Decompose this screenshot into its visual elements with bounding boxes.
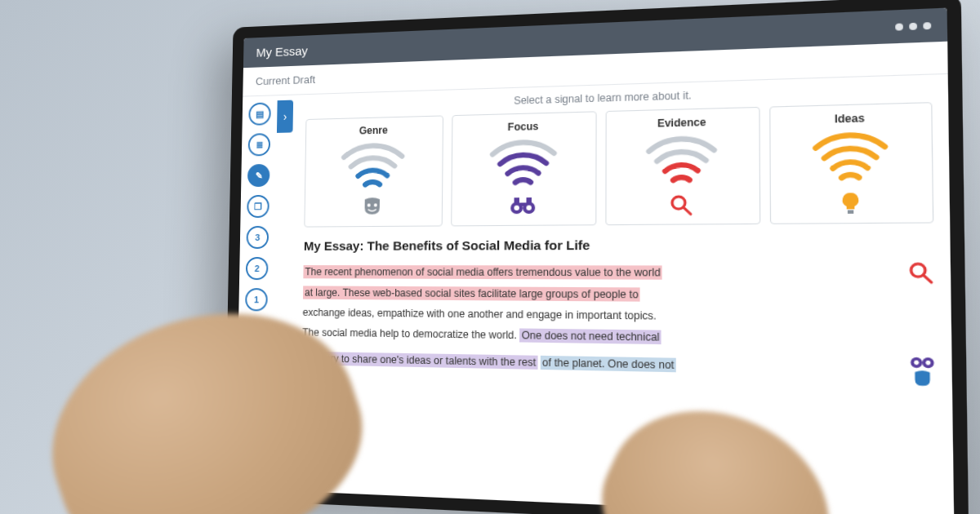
svg-rect-11 bbox=[848, 210, 853, 214]
list-icon: ≣ bbox=[256, 140, 263, 150]
signal-card-ideas[interactable]: Ideas bbox=[769, 102, 934, 224]
window-dot[interactable] bbox=[923, 21, 931, 29]
shield-icon[interactable] bbox=[909, 370, 936, 388]
step-number: 2 bbox=[255, 264, 260, 273]
lightbulb-icon bbox=[840, 192, 862, 215]
signal-card-genre[interactable]: Genre bbox=[304, 115, 443, 227]
signal-label: Ideas bbox=[835, 112, 865, 125]
wifi-icon bbox=[484, 137, 562, 193]
signal-label: Evidence bbox=[657, 116, 706, 129]
window-dot[interactable] bbox=[895, 23, 903, 30]
signals-row: Genre Fo bbox=[304, 102, 933, 227]
document-icon: ▤ bbox=[256, 109, 264, 119]
wifi-icon bbox=[641, 133, 723, 191]
essay-line: mastery to share one's ideas or talents … bbox=[302, 348, 902, 381]
sidebar-item-step-3[interactable]: 3 bbox=[246, 226, 269, 249]
signal-card-evidence[interactable]: Evidence bbox=[605, 107, 760, 225]
draft-label: Current Draft bbox=[256, 73, 315, 87]
mask-icon bbox=[362, 197, 384, 216]
chevron-right-icon: › bbox=[283, 110, 287, 123]
step-number: 3 bbox=[255, 233, 260, 242]
copy-icon: ❐ bbox=[254, 201, 262, 211]
svg-rect-7 bbox=[526, 197, 531, 202]
sidebar-item-copy[interactable]: ❐ bbox=[247, 195, 270, 218]
svg-rect-6 bbox=[514, 197, 519, 202]
window-title: My Essay bbox=[256, 43, 307, 59]
signal-label: Focus bbox=[508, 121, 539, 134]
sidebar-item-list[interactable]: ≣ bbox=[248, 133, 271, 156]
magnifier-icon bbox=[670, 194, 694, 217]
essay-line: The recent phenomenon of social media of… bbox=[303, 265, 662, 280]
binoculars-icon bbox=[510, 196, 536, 215]
svg-line-10 bbox=[684, 207, 691, 215]
binoculars-icon[interactable] bbox=[909, 352, 936, 369]
window-controls bbox=[895, 21, 931, 30]
signal-label: Genre bbox=[359, 124, 388, 136]
essay-line: at large. These web-based social sites f… bbox=[303, 286, 640, 301]
sidebar-item-document[interactable]: ▤ bbox=[248, 102, 271, 125]
svg-line-13 bbox=[923, 275, 931, 282]
pencil-icon: ✎ bbox=[255, 171, 262, 181]
window-dot[interactable] bbox=[909, 22, 917, 29]
svg-rect-8 bbox=[520, 202, 525, 206]
magnifier-icon[interactable] bbox=[908, 261, 935, 286]
sidebar-item-step-1[interactable]: 1 bbox=[245, 288, 268, 311]
step-number: 1 bbox=[254, 295, 259, 304]
sidebar-item-edit[interactable]: ✎ bbox=[247, 164, 270, 187]
essay-title: My Essay: The Benefits of Social Media f… bbox=[304, 236, 934, 252]
wifi-icon bbox=[336, 140, 410, 195]
expand-sidebar-tab[interactable]: › bbox=[277, 100, 293, 133]
essay-body[interactable]: The recent phenomenon of social media of… bbox=[301, 261, 935, 388]
wifi-icon bbox=[807, 130, 894, 189]
signal-card-focus[interactable]: Focus bbox=[451, 111, 597, 226]
sidebar-item-step-2[interactable]: 2 bbox=[246, 257, 269, 280]
